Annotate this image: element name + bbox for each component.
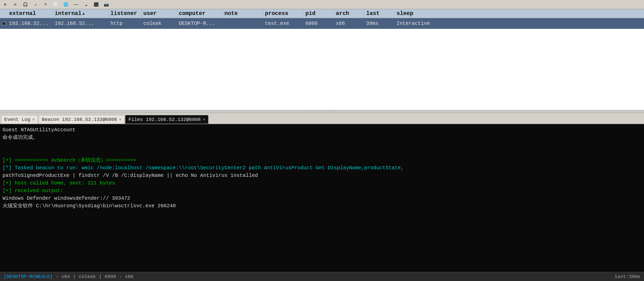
terminal-line-5: [+] =========== AvSearch（杀软信息）========== [3,157,641,164]
resize-handle[interactable]: · · · · · · · · [0,110,644,113]
terminal-line-7: pathToSignedProductExe | findstr /V /B /… [3,172,641,179]
col-header-sleep[interactable]: sleep [395,9,644,18]
toolbar-icon-terminal[interactable]: ⬛ [93,2,99,8]
col-header-user[interactable]: user [142,9,177,18]
terminal-line-9: [+] received output: [3,187,641,195]
tab-event-log-close[interactable]: ✕ [32,118,35,122]
col-header-note[interactable]: note [223,9,263,18]
cell-arch: x86 [334,21,365,26]
toolbar-icon-menu[interactable]: ≡ [43,2,49,8]
terminal-line-2: 命令成功完成。 [3,134,641,141]
tab-files-close[interactable]: ✕ [203,118,205,122]
toolbar-icon-globe[interactable]: 🌐 [63,2,69,8]
terminal-line-3 [3,141,641,149]
empty-table-area [0,29,644,110]
terminal-output: Guest NTAGUtilityAccount 命令成功完成。 [+] ===… [0,124,644,272]
toolbar-icon-headset[interactable]: 🎧 [22,2,28,8]
col-header-computer[interactable]: computer [177,9,223,18]
cell-computer: DESKTOP-R... [177,21,223,26]
cell-internal: 192.168.52... [53,21,109,26]
resize-dots: · · · · · · · · [307,110,337,113]
cell-last: 39ms [365,21,395,26]
terminal-line-11: 火绒安全软件 C:\hr\Huorong\Sysdiag\bin\wsctrls… [3,202,641,210]
toolbar-icon-cloud[interactable]: ☁ [83,2,89,8]
table-row[interactable]: 192.168.52... 192.168.52... http coleak … [0,18,644,29]
beacon-dot [2,22,6,25]
lower-section: Event Log ✕ Beacon 192.168.52.132@6808 ✕… [0,113,644,281]
terminal-line-4 [3,149,641,157]
tab-beacon-close[interactable]: ✕ [119,118,122,122]
toolbar-icon-window[interactable]: ⬜ [53,2,59,8]
toolbar-icon-add[interactable]: ⊕ [2,2,8,8]
terminal-line-10: Windows Defender windowsdefender:// 3934… [3,195,641,202]
status-left: [DESKTOP-RCNE4L0] - x64 | coleak | 6808 … [4,274,614,279]
tab-event-log[interactable]: Event Log ✕ [1,115,38,124]
toolbar-icon-share[interactable]: ↗ [32,2,38,8]
col-header-process[interactable]: process [263,9,304,18]
toolbar-icon-camera[interactable]: 📷 [103,2,109,8]
cell-pid: 6808 [304,21,334,26]
col-header-last[interactable]: last [365,9,395,18]
sort-arrow-internal: ▲ [83,12,85,16]
status-right: last:39ms [614,274,640,279]
col-header-external[interactable]: external [8,9,53,18]
upper-section: external internal ▲ listener user comput… [0,9,644,113]
col-header-listener[interactable]: listener [109,9,142,18]
cell-external: 192.168.52... [8,21,53,26]
cell-sleep: Interactive [395,21,644,26]
tab-beacon[interactable]: Beacon 192.168.52.132@6808 ✕ [38,115,125,124]
toolbar: ⊕ ⊖ 🎧 ↗ ≡ ⬜ 🌐 ⋯⋯ ☁ ⬛ 📷 [0,0,644,9]
app-container: ⊕ ⊖ 🎧 ↗ ≡ ⬜ 🌐 ⋯⋯ ☁ ⬛ 📷 external internal… [0,0,644,281]
tab-event-log-label: Event Log [4,117,30,122]
tab-bar: Event Log ✕ Beacon 192.168.52.132@6808 ✕… [0,113,644,124]
toolbar-icon-remove[interactable]: ⊖ [12,2,18,8]
tab-beacon-label: Beacon 192.168.52.132@6808 [42,117,117,122]
tab-files-label: Files 192.168.52.132@6808 [128,117,201,122]
table-header: external internal ▲ listener user comput… [0,9,644,18]
status-host-link[interactable]: [DESKTOP-RCNE4L0] [4,274,53,279]
cell-listener: http [109,21,142,26]
col-header-internal[interactable]: internal ▲ [53,9,109,18]
cell-user: coleak [142,21,177,26]
tab-files[interactable]: Files 192.168.52.132@6808 ✕ [125,115,208,124]
terminal-line-8: [+] host called home, sent: 221 bytes [3,179,641,187]
cell-process: test.exe [263,21,304,26]
col-header-arch[interactable]: arch [334,9,365,18]
terminal-line-1: Guest NTAGUtilityAccount [3,126,641,134]
status-bar: [DESKTOP-RCNE4L0] - x64 | coleak | 6808 … [0,272,644,281]
col-header-pid[interactable]: pid [304,9,334,18]
row-indicator [0,22,8,25]
status-details: - x64 | coleak | 6808 - x86 [55,274,133,279]
toolbar-icon-dots[interactable]: ⋯⋯ [73,2,79,8]
terminal-line-6: [*] Tasked beacon to run: wmic /node:loc… [3,164,641,172]
